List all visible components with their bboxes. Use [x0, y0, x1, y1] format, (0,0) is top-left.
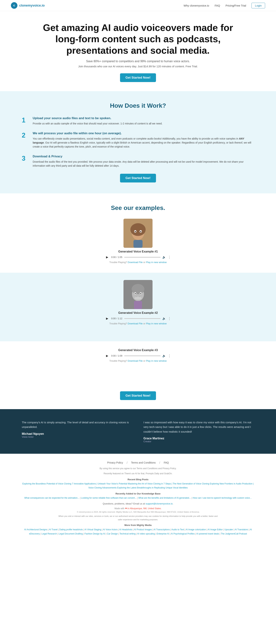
- blog-title: Recent Blog Posts: [22, 478, 254, 481]
- example-2-bg: Generated Voice Example #2 ▶ 0:00 / 1:12…: [0, 273, 276, 341]
- more-link-4[interactable]: AI Virtual Staging: [84, 528, 101, 531]
- testimonial-1-role: Voice Actor: [22, 436, 133, 438]
- play-button-2[interactable]: ▶: [105, 316, 109, 321]
- more-link-17[interactable]: Fashion Design by AI: [84, 532, 105, 535]
- volume-icon-3[interactable]: 🔈: [162, 354, 166, 358]
- svg-point-14: [140, 293, 141, 294]
- play-new-link-2[interactable]: Play in new window: [146, 322, 166, 325]
- footer-featured-text: Recently featured on There's an AI for t…: [22, 472, 254, 476]
- footer-contact: Questions, problems, ideas? Email us at …: [22, 502, 254, 505]
- site-footer: Privacy Policy / Terms and Conditions / …: [0, 454, 276, 542]
- play-new-link-1[interactable]: Play in new window: [146, 261, 166, 264]
- testimonial-2-quote: I was so impressed with how easy it was …: [143, 420, 254, 434]
- more-link-24[interactable]: The JudgmentCall Podcast: [221, 532, 247, 535]
- footer-privacy-link[interactable]: Privacy Policy: [107, 461, 123, 464]
- more-link-19[interactable]: Technical writing: [120, 532, 136, 535]
- step-2-body: You can effortlessly create audio presen…: [33, 136, 254, 149]
- footer-links: Privacy Policy / Terms and Conditions / …: [22, 461, 254, 464]
- svg-point-6: [140, 231, 141, 232]
- hero-title: Get amazing AI audio voiceovers made for…: [36, 22, 240, 56]
- step-2-number: 2: [22, 132, 29, 149]
- login-button[interactable]: Login: [252, 3, 265, 8]
- kb-link-3[interactable]: What are the benefits and limitations of…: [138, 497, 191, 499]
- example-card-1: Generated Voice Example #1 ▶ 0:00 / 1:05…: [22, 219, 254, 264]
- more-link-3[interactable]: Dating profile headshots: [59, 528, 83, 531]
- more-link-6[interactable]: AI Headshots: [119, 528, 132, 531]
- blog-link-2[interactable]: Unleash Your Voice's Potential Mastering…: [98, 482, 171, 485]
- testimonial-2: I was so impressed with how easy it was …: [143, 420, 254, 443]
- example-2-title: Generated Voice Example #2: [22, 311, 254, 314]
- download-link-2[interactable]: Download File: [128, 322, 142, 325]
- download-link-3[interactable]: Download File: [128, 360, 142, 362]
- more-link-8[interactable]: AI Transcriptions: [154, 528, 170, 531]
- contact-email-link[interactable]: support@clonemyvoice.io: [146, 502, 173, 505]
- more-options-icon-3[interactable]: ⋮: [168, 354, 171, 358]
- woman-face-svg: [124, 219, 152, 248]
- audio-bar-3[interactable]: [124, 356, 160, 356]
- nav-faq[interactable]: FAQ: [215, 4, 220, 7]
- svg-rect-7: [134, 240, 142, 248]
- download-link-1[interactable]: Download File: [128, 261, 142, 264]
- kb-links: What consequences can be expected for th…: [22, 496, 254, 500]
- audio-bar-1[interactable]: [124, 257, 160, 258]
- more-link-12[interactable]: Upscaler: [224, 528, 233, 531]
- kb-link-4[interactable]: How can I use text-to-speech technology …: [193, 497, 252, 499]
- more-link-21[interactable]: Enterprise AI: [157, 532, 169, 535]
- footer-terms-link[interactable]: Terms and Conditions: [131, 461, 156, 464]
- more-link-1[interactable]: AI Architectural Designs: [24, 528, 47, 531]
- trouble-text-1: Trouble Playing? Download File or Play i…: [22, 261, 254, 264]
- man-face-svg: [124, 280, 152, 309]
- more-link-15[interactable]: Legal Research: [42, 532, 57, 535]
- hero-cta-button[interactable]: Get Started Now!: [120, 73, 156, 82]
- audio-player-2: ▶ 0:00 / 1:12 🔈 ⋮: [22, 316, 254, 321]
- more-link-22[interactable]: AI Psychological Profiles: [171, 532, 195, 535]
- testimonial-2-name: Grace Martinez: [143, 437, 254, 440]
- kb-link-1[interactable]: What consequences can be expected for th…: [24, 497, 79, 499]
- more-link-18[interactable]: Car Design: [107, 532, 118, 535]
- more-link-7[interactable]: AI Product Images: [134, 528, 152, 531]
- more-link-9[interactable]: Audio to Text: [171, 528, 184, 531]
- more-link-5[interactable]: AI Voice Actors: [103, 528, 118, 531]
- step-2: 2 We will process your audio file within…: [22, 132, 254, 149]
- more-link-10[interactable]: AI Image colorization: [186, 528, 206, 531]
- play-new-link-3[interactable]: Play in new window: [146, 360, 166, 362]
- more-link-11[interactable]: AI Image Editor: [208, 528, 223, 531]
- more-link-16[interactable]: Legal Document Drafting: [59, 532, 83, 535]
- more-link-2[interactable]: AI Travel: [49, 528, 57, 531]
- testimonials-section: The company's AI is simply amazing. The …: [0, 409, 276, 454]
- how-cta-button[interactable]: Get Started Now!: [120, 174, 156, 182]
- audio-time-2: 0:00 / 1:12: [111, 317, 122, 320]
- blog-link-4[interactable]: Voice Cloning Advancements Exploring the…: [88, 486, 188, 489]
- footer-copyright: © clonemyvoice.io 2024. All rights reser…: [22, 511, 254, 513]
- play-button-3[interactable]: ▶: [105, 354, 109, 358]
- blog-section: Recent Blog Posts Exploring the Boundles…: [22, 478, 254, 490]
- blog-link-1[interactable]: Exploring the Boundless Potential of Voi…: [22, 482, 96, 485]
- footer-made-with: Made with ❤ in Albuquerque, NM, United S…: [22, 507, 254, 510]
- volume-icon-1[interactable]: 🔈: [162, 256, 166, 259]
- bottom-cta-section: Get Started Now!: [0, 382, 276, 409]
- kb-section: Recently Added to Our Knowledge Base Wha…: [22, 492, 254, 500]
- play-button-1[interactable]: ▶: [105, 255, 109, 260]
- bottom-cta-button[interactable]: Get Started Now!: [120, 391, 156, 400]
- nav-pricing[interactable]: Pricing/Free Trial: [226, 4, 246, 7]
- hero-subtitle: Save 80%+ compared to competitors and 99…: [36, 60, 240, 63]
- more-options-icon-1[interactable]: ⋮: [168, 255, 171, 259]
- svg-point-5: [135, 231, 136, 232]
- more-options-icon-2[interactable]: ⋮: [168, 316, 171, 320]
- footer-faq-link[interactable]: FAQ: [164, 461, 169, 464]
- volume-icon-2[interactable]: 🔈: [162, 317, 166, 320]
- svg-point-10: [132, 284, 144, 294]
- audio-bar-2[interactable]: [124, 318, 160, 319]
- more-link-13[interactable]: AI Translators: [235, 528, 248, 531]
- step-3-number: 3: [22, 155, 29, 168]
- audio-player-3: ▶ 0:00 / 1:09 🔈 ⋮: [22, 354, 254, 358]
- nav-why[interactable]: Why clonemyvoice.io: [184, 4, 209, 7]
- more-link-20[interactable]: AI video upscaling: [137, 532, 155, 535]
- step-3-title: Download & Privacy: [33, 155, 254, 158]
- kb-link-2[interactable]: Looking for some reliable free software …: [81, 497, 137, 499]
- main-nav: Why clonemyvoice.io FAQ Pricing/Free Tri…: [184, 3, 265, 8]
- blog-link-3[interactable]: The Next Generation of Voice Cloning Exp…: [173, 482, 253, 485]
- more-link-23[interactable]: AI powered travel deals: [196, 532, 219, 535]
- svg-point-15: [134, 297, 142, 300]
- svg-rect-16: [134, 301, 142, 309]
